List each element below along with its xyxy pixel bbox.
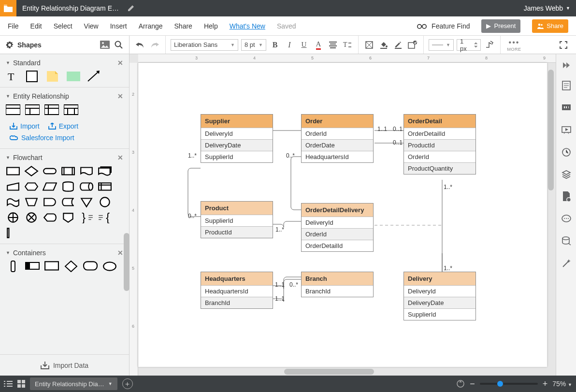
fc-display[interactable] bbox=[43, 212, 57, 223]
shape-erd-1[interactable] bbox=[6, 104, 20, 116]
edit-title-icon[interactable] bbox=[128, 5, 134, 12]
present-button[interactable]: ▶Present bbox=[481, 19, 520, 33]
fc-intern[interactable] bbox=[98, 181, 112, 192]
import-data-button[interactable]: Import Data bbox=[0, 354, 129, 376]
fc-db[interactable] bbox=[61, 181, 75, 192]
fc-manualin[interactable] bbox=[6, 181, 20, 192]
cont-ellipse[interactable] bbox=[102, 261, 117, 272]
gear-icon[interactable] bbox=[6, 41, 14, 49]
caret-down-icon[interactable]: ▼ bbox=[6, 94, 10, 99]
entity-delivery[interactable]: Delivery DeliveryId DeliveryDate Supplie… bbox=[403, 272, 476, 320]
menu-select[interactable]: Select bbox=[54, 22, 72, 30]
shape-erd-4[interactable] bbox=[64, 104, 78, 116]
fc-prep[interactable] bbox=[24, 181, 39, 192]
fc-manualop[interactable] bbox=[24, 196, 39, 208]
fc-terminator[interactable] bbox=[43, 165, 57, 177]
document-title[interactable]: Entity Relationship Diagram Exa… bbox=[16, 4, 128, 12]
fc-predef[interactable] bbox=[61, 165, 75, 177]
scrollbar-sidebar[interactable] bbox=[124, 233, 130, 291]
entity-orderdetail[interactable]: OrderDetail OrderDetailId ProductId Orde… bbox=[403, 114, 476, 174]
collapse-rail-button[interactable] bbox=[556, 57, 576, 73]
fc-delay[interactable] bbox=[43, 196, 57, 208]
shape-square[interactable] bbox=[26, 71, 41, 82]
fc-ptape[interactable] bbox=[6, 196, 20, 208]
fc-data[interactable] bbox=[43, 181, 57, 192]
shapefill-button[interactable] bbox=[363, 39, 375, 51]
italic-button[interactable]: I bbox=[284, 39, 295, 51]
fc-sum[interactable] bbox=[24, 212, 39, 223]
fc-diamond[interactable] bbox=[24, 165, 39, 177]
salesforce-import-link[interactable]: Salesforce Import bbox=[10, 134, 74, 142]
entity-orderdetaildelivery[interactable]: OrderDetailDelivery DeliveryId OrderId O… bbox=[301, 203, 374, 252]
caret-down-icon[interactable]: ▼ bbox=[6, 250, 10, 255]
font-select[interactable]: Liberation Sans▼ bbox=[171, 39, 238, 51]
fc-or[interactable] bbox=[6, 212, 20, 223]
autosave-icon[interactable] bbox=[456, 379, 465, 388]
undo-button[interactable] bbox=[134, 39, 146, 51]
shape-erd-3[interactable] bbox=[44, 104, 59, 116]
scrollbar-horizontal[interactable] bbox=[284, 369, 374, 375]
canvas[interactable]: 1..* 0..* 1..* 0..* 1..1 0..1 0..1 1..* … bbox=[138, 63, 547, 367]
zoom-value[interactable]: 75% ▼ bbox=[552, 380, 572, 388]
rail-comments-icon[interactable] bbox=[556, 98, 576, 118]
shape-erd-2[interactable] bbox=[25, 104, 40, 116]
fc-directdata[interactable] bbox=[79, 181, 94, 192]
rail-dbstack-icon[interactable] bbox=[556, 231, 576, 251]
close-panel-icon[interactable]: ✕ bbox=[117, 154, 123, 161]
bordercolor-button[interactable] bbox=[392, 39, 404, 51]
entity-supplier[interactable]: Supplier DeliveryId DeliveryDate Supplie… bbox=[201, 114, 273, 163]
textoverflow-button[interactable]: T bbox=[342, 39, 353, 51]
add-page-button[interactable]: ＋ bbox=[122, 378, 133, 389]
menu-whatsnew[interactable]: What's New bbox=[230, 22, 265, 30]
linebend-button[interactable] bbox=[484, 39, 495, 51]
fullscreen-button[interactable] bbox=[558, 39, 569, 51]
menu-arrange[interactable]: Arrange bbox=[139, 22, 163, 30]
rail-wand-icon[interactable] bbox=[556, 253, 576, 274]
cont-pill[interactable] bbox=[6, 261, 20, 272]
close-panel-icon[interactable]: ✕ bbox=[117, 59, 123, 67]
rail-data-icon[interactable] bbox=[556, 187, 576, 207]
align-button[interactable] bbox=[327, 39, 339, 51]
fc-stored[interactable] bbox=[61, 196, 75, 208]
menu-edit[interactable]: Edit bbox=[30, 22, 42, 30]
cont-rect[interactable] bbox=[44, 261, 59, 272]
list-view-icon[interactable] bbox=[4, 380, 13, 387]
underline-button[interactable]: U bbox=[298, 39, 310, 51]
rail-present-icon[interactable] bbox=[556, 120, 576, 140]
zoom-slider[interactable] bbox=[480, 383, 538, 385]
textcolor-button[interactable]: A bbox=[313, 39, 324, 51]
menu-help[interactable]: Help bbox=[204, 22, 218, 30]
rail-layers-icon[interactable] bbox=[556, 164, 576, 185]
cont-rounded[interactable] bbox=[83, 261, 98, 272]
search-icon[interactable] bbox=[115, 41, 123, 49]
close-panel-icon[interactable]: ✕ bbox=[117, 92, 123, 100]
menu-share[interactable]: Share bbox=[174, 22, 192, 30]
image-tool-icon[interactable] bbox=[100, 41, 110, 49]
fc-card[interactable] bbox=[6, 227, 20, 239]
rail-page-icon[interactable] bbox=[556, 75, 576, 96]
menu-file[interactable]: File bbox=[8, 22, 19, 30]
cont-labelbox[interactable] bbox=[25, 261, 40, 272]
fc-rect[interactable] bbox=[6, 165, 20, 177]
shape-block[interactable] bbox=[67, 71, 81, 82]
linestyle-select[interactable]: ▼ bbox=[429, 39, 454, 51]
scrollbar-vertical[interactable] bbox=[548, 70, 554, 190]
menu-insert[interactable]: Insert bbox=[110, 22, 127, 30]
close-panel-icon[interactable]: ✕ bbox=[117, 249, 123, 257]
entity-branch[interactable]: Branch BranchId bbox=[301, 272, 374, 297]
app-logo-tile[interactable] bbox=[0, 0, 16, 16]
shapestyle-button[interactable] bbox=[407, 39, 418, 51]
fontsize-select[interactable]: 8 pt▼ bbox=[241, 39, 266, 51]
zoom-out-button[interactable]: − bbox=[470, 379, 475, 389]
caret-down-icon[interactable]: ▼ bbox=[6, 155, 10, 160]
rail-chat-icon[interactable] bbox=[556, 209, 576, 229]
bold-button[interactable]: B bbox=[269, 39, 281, 51]
more-button[interactable]: ••• MORE bbox=[505, 39, 523, 51]
entity-product[interactable]: Product SupplierId ProductId bbox=[201, 201, 273, 238]
caret-down-icon[interactable]: ▼ bbox=[6, 60, 10, 65]
shape-arrow[interactable] bbox=[87, 71, 101, 82]
fc-connector[interactable] bbox=[98, 196, 112, 208]
fillcolor-button[interactable] bbox=[378, 39, 389, 51]
rail-history-icon[interactable] bbox=[556, 142, 576, 162]
zoom-in-button[interactable]: + bbox=[543, 379, 548, 389]
